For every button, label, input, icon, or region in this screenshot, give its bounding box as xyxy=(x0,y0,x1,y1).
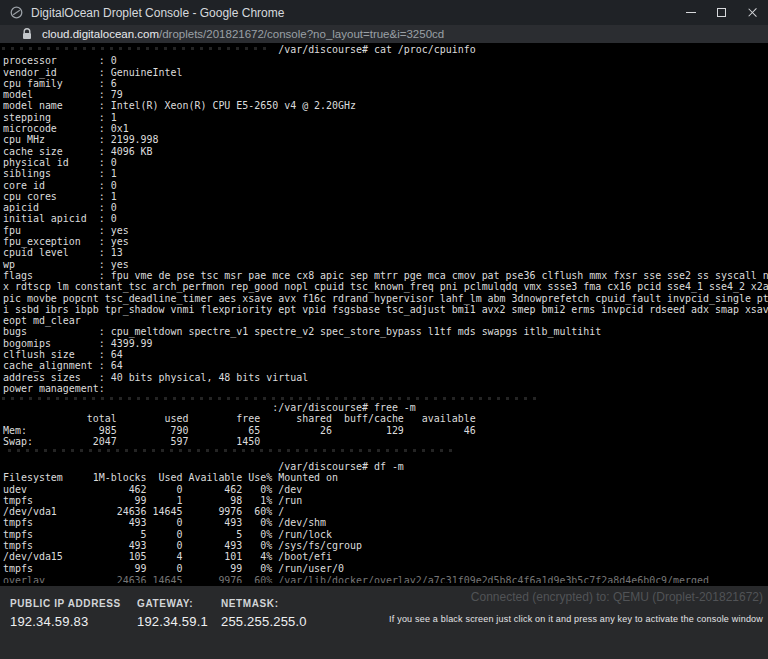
connection-status: Connected (encrypted) to: QEMU (Droplet-… xyxy=(471,590,763,604)
window-titlebar: DigitalOcean Droplet Console - Google Ch… xyxy=(0,0,768,25)
close-icon xyxy=(747,7,758,18)
netmask-value: 255.255.255.0 xyxy=(221,614,307,629)
terminal-artifact-row xyxy=(8,449,453,452)
cpuinfo-output: /var/discourse# cat /proc/cpuinfo proces… xyxy=(3,44,768,394)
terminal-artifact-row xyxy=(2,397,542,400)
maximize-icon xyxy=(717,8,726,17)
site-favicon-icon xyxy=(10,6,23,19)
gateway-stat: GATEWAY: 192.34.59.1 xyxy=(137,598,208,629)
gateway-value: 192.34.59.1 xyxy=(137,614,208,629)
black-screen-hint: If you see a black screen just click on … xyxy=(389,614,763,624)
url-domain: cloud.digitalocean.com xyxy=(42,28,159,40)
address-bar[interactable]: cloud.digitalocean.com/droplets/20182167… xyxy=(0,25,768,43)
browser-window: DigitalOcean Droplet Console - Google Ch… xyxy=(0,0,768,659)
lock-icon[interactable] xyxy=(22,28,32,40)
maximize-button[interactable] xyxy=(706,0,737,25)
close-button[interactable] xyxy=(737,0,768,25)
public-ip-label: PUBLIC IP ADDRESS xyxy=(10,598,121,609)
public-ip-stat: PUBLIC IP ADDRESS 192.34.59.83 xyxy=(10,598,121,629)
netmask-stat: NETMASK: 255.255.255.0 xyxy=(221,598,307,629)
public-ip-value: 192.34.59.83 xyxy=(10,614,121,629)
console-terminal[interactable]: /var/discourse# cat /proc/cpuinfo proces… xyxy=(0,43,768,586)
netmask-label: NETMASK: xyxy=(221,598,307,609)
console-footer: PUBLIC IP ADDRESS 192.34.59.83 GATEWAY: … xyxy=(0,586,768,659)
minimize-button[interactable] xyxy=(675,0,706,25)
clipped-terminal-line: overlay 24636 14645 9976 60% /var/lib/do… xyxy=(3,575,709,583)
window-title: DigitalOcean Droplet Console - Google Ch… xyxy=(31,6,284,20)
window-controls xyxy=(675,0,768,25)
df-output: /var/discourse# df -m Filesystem 1M-bloc… xyxy=(3,461,404,574)
minimize-icon xyxy=(686,12,696,13)
gateway-label: GATEWAY: xyxy=(137,598,208,609)
url-path: /droplets/201821672/console?no_layout=tr… xyxy=(159,28,444,40)
url-text[interactable]: cloud.digitalocean.com/droplets/20182167… xyxy=(42,28,444,40)
free-output: :/var/discourse# free -m total used free… xyxy=(3,402,476,447)
